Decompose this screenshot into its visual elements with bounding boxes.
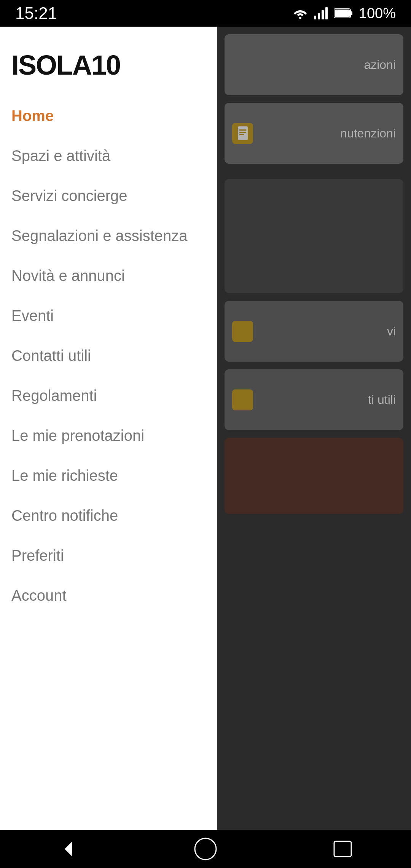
home-circle-icon <box>194 838 217 860</box>
svg-rect-2 <box>318 13 320 19</box>
nav-item-home[interactable]: Home <box>0 96 217 136</box>
back-button[interactable] <box>53 834 84 864</box>
nav-item-servizi[interactable]: Servizi concierge <box>0 176 217 216</box>
recents-icon <box>332 839 353 858</box>
nav-item-account[interactable]: Account <box>0 576 217 616</box>
svg-rect-3 <box>322 10 324 19</box>
nav-item-prenotazioni[interactable]: Le mie prenotazioni <box>0 416 217 456</box>
nav-item-spazi[interactable]: Spazi e attività <box>0 136 217 176</box>
svg-marker-12 <box>65 841 72 857</box>
nav-drawer: ISOLA10 Home Spazi e attività Servizi co… <box>0 27 217 830</box>
nav-item-contatti[interactable]: Contatti utili <box>0 336 217 376</box>
nav-item-notifiche[interactable]: Centro notifiche <box>0 496 217 536</box>
status-time: 15:21 <box>15 4 57 23</box>
nav-item-novita[interactable]: Novità e annunci <box>0 256 217 296</box>
nav-item-segnalazioni[interactable]: Segnalazioni e assistenza <box>0 216 217 256</box>
nav-menu: Home Spazi e attività Servizi concierge … <box>0 96 217 830</box>
signal-icon <box>314 6 328 20</box>
svg-rect-14 <box>334 841 351 857</box>
nav-item-eventi[interactable]: Eventi <box>0 296 217 336</box>
recents-button[interactable] <box>327 834 358 864</box>
drawer-logo: ISOLA10 <box>0 27 217 96</box>
back-icon <box>57 838 80 860</box>
battery-icon <box>334 8 353 19</box>
svg-point-13 <box>195 838 216 860</box>
svg-point-0 <box>299 17 301 19</box>
wifi-icon <box>293 7 308 19</box>
bottom-nav <box>0 830 411 868</box>
battery-percent: 100% <box>359 5 396 22</box>
svg-rect-6 <box>350 11 352 15</box>
nav-item-preferiti[interactable]: Preferiti <box>0 536 217 576</box>
nav-item-richieste[interactable]: Le mie richieste <box>0 456 217 496</box>
svg-rect-4 <box>325 7 328 19</box>
nav-item-regolamenti[interactable]: Regolamenti <box>0 376 217 416</box>
status-icons: 100% <box>293 5 396 22</box>
app-logo: ISOLA10 <box>11 49 206 81</box>
svg-rect-1 <box>314 16 316 19</box>
home-button[interactable] <box>190 834 221 864</box>
svg-rect-7 <box>335 10 350 17</box>
status-bar: 15:21 100% <box>0 0 411 27</box>
